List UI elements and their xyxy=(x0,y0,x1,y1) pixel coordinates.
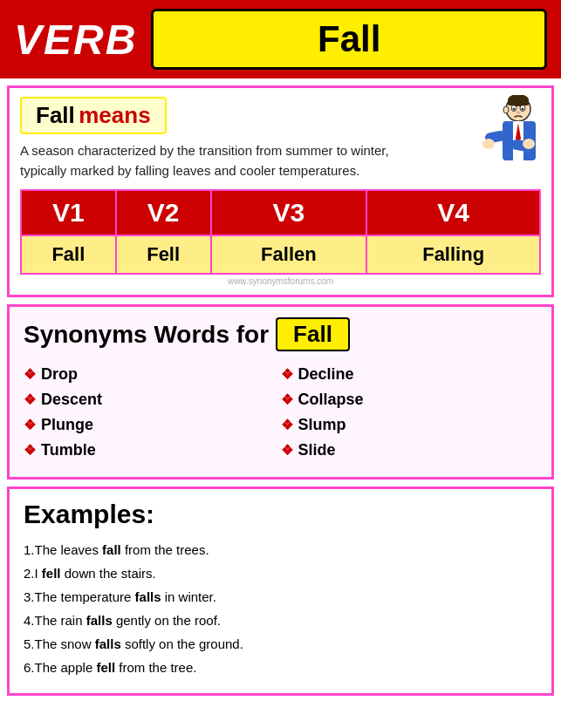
synonym-label: Descent xyxy=(41,391,102,409)
synonyms-right-col: ❖ Decline ❖ Collapse ❖ Slump ❖ Slide xyxy=(281,362,538,463)
synonym-decline: ❖ Decline xyxy=(281,362,538,387)
example-6: 6.The apple fell from the tree. xyxy=(24,656,537,679)
synonym-slide: ❖ Slide xyxy=(281,438,538,463)
synonym-label: Tumble xyxy=(41,441,96,459)
synonym-plunge: ❖ Plunge xyxy=(24,412,281,438)
header-word: Fall xyxy=(318,18,380,59)
diamond-icon: ❖ xyxy=(281,366,293,383)
synonyms-grid: ❖ Drop ❖ Descent ❖ Plunge ❖ Tumble ❖ Dec… xyxy=(24,362,537,463)
means-fall-word: Fall xyxy=(36,102,75,128)
synonym-label: Collapse xyxy=(298,391,364,409)
v4-header: V4 xyxy=(366,190,540,235)
means-rest-word: means xyxy=(79,102,150,128)
svg-point-16 xyxy=(482,139,495,149)
header-word-box: Fall xyxy=(151,9,547,70)
verb-forms-value-row: Fall Fell Fallen Falling xyxy=(21,235,540,274)
verb-forms-header-row: V1 V2 V3 V4 xyxy=(21,190,540,235)
synonym-label: Slide xyxy=(298,441,336,459)
example-3: 3.The temperature falls in winter. xyxy=(24,585,537,609)
synonym-collapse: ❖ Collapse xyxy=(281,387,538,412)
examples-section: Examples: 1.The leaves fall from the tre… xyxy=(7,486,554,696)
diamond-icon: ❖ xyxy=(281,391,293,408)
v2-header: V2 xyxy=(116,190,211,235)
verb-forms-table: V1 V2 V3 V4 Fall Fell Fallen Falling xyxy=(20,189,541,275)
svg-point-9 xyxy=(517,112,520,114)
example-4: 4.The rain falls gently on the roof. xyxy=(24,609,537,632)
diamond-icon: ❖ xyxy=(24,442,36,459)
synonyms-title-text: Synonyms Words for xyxy=(24,321,269,349)
synonyms-section: Synonyms Words for Fall ❖ Drop ❖ Descent… xyxy=(7,304,554,480)
verb-label: VERB xyxy=(14,16,137,64)
character-illustration xyxy=(473,95,543,173)
synonym-drop: ❖ Drop xyxy=(24,362,281,387)
synonym-label: Drop xyxy=(41,365,78,384)
example-2: 2.I fell down the stairs. xyxy=(24,561,537,585)
synonym-label: Decline xyxy=(298,365,354,384)
v3-header: V3 xyxy=(211,190,367,235)
v4-value: Falling xyxy=(366,235,540,274)
synonym-tumble: ❖ Tumble xyxy=(24,438,281,463)
example-1: 1.The leaves fall from the trees. xyxy=(24,538,537,561)
svg-point-6 xyxy=(522,108,524,111)
diamond-icon: ❖ xyxy=(24,391,36,408)
svg-point-17 xyxy=(523,139,535,149)
watermark: www.synonymsforums.com xyxy=(20,275,541,286)
v3-value: Fallen xyxy=(211,235,367,274)
v2-value: Fell xyxy=(116,235,211,274)
means-section: Fall means A season characterized by the… xyxy=(7,85,554,297)
diamond-icon: ❖ xyxy=(281,417,293,433)
synonyms-word-badge: Fall xyxy=(276,317,350,351)
svg-rect-2 xyxy=(508,100,529,105)
synonym-label: Slump xyxy=(298,416,346,434)
svg-point-10 xyxy=(503,106,509,113)
v1-value: Fall xyxy=(21,235,116,274)
examples-title: Examples: xyxy=(24,500,537,529)
header-section: VERB Fall xyxy=(0,0,561,78)
means-title-box: Fall means xyxy=(20,97,167,134)
diamond-icon: ❖ xyxy=(24,366,36,383)
synonyms-left-col: ❖ Drop ❖ Descent ❖ Plunge ❖ Tumble xyxy=(24,362,281,463)
diamond-icon: ❖ xyxy=(24,417,36,433)
example-5: 5.The snow falls softly on the ground. xyxy=(24,632,537,656)
synonyms-title: Synonyms Words for Fall xyxy=(24,317,537,351)
synonym-label: Plunge xyxy=(41,416,93,434)
v1-header: V1 xyxy=(21,190,116,235)
synonym-slump: ❖ Slump xyxy=(281,412,538,438)
means-description: A season characterized by the transition… xyxy=(20,141,421,180)
synonym-descent: ❖ Descent xyxy=(24,387,281,412)
examples-list: 1.The leaves fall from the trees. 2.I fe… xyxy=(24,538,537,679)
diamond-icon: ❖ xyxy=(281,442,293,459)
svg-point-4 xyxy=(513,108,516,111)
